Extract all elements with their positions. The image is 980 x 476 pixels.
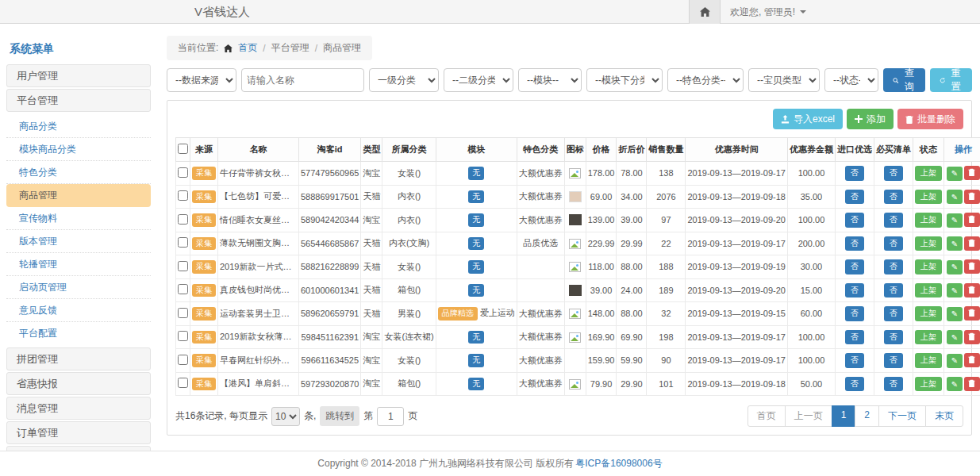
must-buy-badge[interactable]: 否 — [884, 259, 903, 274]
jump-button[interactable]: 跳转到 — [320, 406, 359, 426]
delete-button[interactable] — [964, 236, 980, 251]
status-badge[interactable]: 上架 — [915, 377, 942, 392]
sidebar-subitem[interactable]: 宣传物料 — [6, 207, 151, 230]
edit-button[interactable]: ✎ — [947, 330, 963, 344]
edit-button[interactable]: ✎ — [947, 377, 963, 391]
row-checkbox[interactable] — [178, 190, 188, 201]
delete-button[interactable] — [964, 283, 980, 298]
must-buy-badge[interactable]: 否 — [884, 236, 903, 251]
edit-button[interactable]: ✎ — [947, 213, 963, 228]
row-checkbox[interactable] — [178, 355, 188, 365]
sidebar-item[interactable]: 平台管理 — [6, 89, 151, 112]
import-select-badge[interactable]: 否 — [845, 213, 864, 228]
import-select-badge[interactable]: 否 — [845, 236, 864, 251]
name-search-input[interactable] — [241, 68, 364, 92]
import-select-badge[interactable]: 否 — [845, 259, 864, 274]
edit-button[interactable]: ✎ — [947, 236, 963, 251]
row-checkbox[interactable] — [178, 378, 188, 388]
filter-select-module[interactable]: --模块-- — [518, 68, 582, 92]
import-excel-button[interactable]: 导入excel — [773, 109, 843, 129]
status-badge[interactable]: 上架 — [915, 190, 942, 205]
edit-button[interactable]: ✎ — [947, 307, 963, 321]
edit-button[interactable]: ✎ — [947, 283, 963, 298]
per-page-select[interactable]: 10 — [271, 407, 300, 426]
must-buy-badge[interactable]: 否 — [884, 213, 903, 228]
filter-select-feature-category[interactable]: --特色分类-- — [667, 68, 744, 92]
row-checkbox[interactable] — [178, 331, 188, 341]
row-checkbox[interactable] — [178, 167, 188, 178]
sidebar-subitem[interactable]: 商品管理 — [6, 184, 151, 207]
row-checkbox[interactable] — [178, 308, 188, 318]
jump-page-input[interactable] — [377, 407, 404, 426]
status-badge[interactable]: 上架 — [915, 236, 942, 251]
row-checkbox[interactable] — [178, 284, 188, 294]
edit-button[interactable]: ✎ — [947, 260, 963, 274]
filter-select-level2-category[interactable]: --二级分类-- — [444, 68, 513, 92]
user-menu[interactable]: 欢迎您, 管理员! — [730, 0, 806, 24]
must-buy-badge[interactable]: 否 — [884, 353, 903, 368]
reset-button[interactable]: 重置 — [930, 68, 972, 92]
home-button[interactable] — [689, 0, 721, 24]
page-button[interactable]: 下一页 — [878, 405, 926, 427]
sidebar-subitem[interactable]: 特色分类 — [6, 161, 151, 184]
add-button[interactable]: 添加 — [847, 109, 894, 129]
page-button[interactable]: 2 — [855, 405, 879, 427]
icp-link[interactable]: 粤ICP备16098006号 — [575, 457, 662, 470]
sidebar-subitem[interactable]: 启动页管理 — [6, 276, 151, 299]
page-button[interactable]: 末页 — [925, 405, 963, 427]
import-select-badge[interactable]: 否 — [845, 306, 864, 321]
import-select-badge[interactable]: 否 — [845, 190, 864, 205]
delete-button[interactable] — [964, 306, 980, 321]
delete-button[interactable] — [964, 330, 980, 344]
status-badge[interactable]: 上架 — [915, 213, 942, 228]
search-button[interactable]: 查询 — [883, 68, 925, 92]
delete-button[interactable] — [964, 190, 980, 204]
must-buy-badge[interactable]: 否 — [884, 166, 903, 181]
row-checkbox[interactable] — [178, 237, 188, 248]
must-buy-badge[interactable]: 否 — [884, 306, 903, 321]
sidebar-item[interactable]: 拼团管理 — [6, 347, 151, 370]
must-buy-badge[interactable]: 否 — [884, 190, 903, 205]
row-checkbox[interactable] — [178, 261, 188, 271]
sidebar-item[interactable]: 订单管理 — [6, 421, 151, 444]
sidebar-subitem[interactable]: 版本管理 — [6, 230, 151, 253]
delete-button[interactable] — [964, 166, 980, 180]
import-select-badge[interactable]: 否 — [845, 166, 864, 181]
status-badge[interactable]: 上架 — [915, 166, 942, 181]
delete-button[interactable] — [964, 353, 980, 367]
status-badge[interactable]: 上架 — [915, 283, 942, 298]
status-badge[interactable]: 上架 — [915, 330, 942, 345]
delete-button[interactable] — [964, 213, 980, 227]
edit-button[interactable]: ✎ — [947, 167, 963, 181]
sidebar-subitem[interactable]: 模块商品分类 — [6, 138, 151, 161]
sidebar-subitem[interactable]: 意见反馈 — [6, 299, 151, 322]
sidebar-item[interactable]: 省惠快报 — [6, 372, 151, 395]
status-badge[interactable]: 上架 — [915, 306, 942, 321]
sidebar-subitem[interactable]: 轮播管理 — [6, 253, 151, 276]
filter-select-data-source[interactable]: --数据来源-- — [167, 68, 236, 92]
filter-select-level1-category[interactable]: 一级分类 — [369, 68, 439, 92]
edit-button[interactable]: ✎ — [947, 354, 963, 368]
filter-select-status[interactable]: --状态-- — [824, 68, 878, 92]
breadcrumb-home-link[interactable]: 首页 — [238, 41, 257, 55]
must-buy-badge[interactable]: 否 — [884, 377, 903, 392]
filter-select-item-type[interactable]: --宝贝类型-- — [748, 68, 820, 92]
sidebar-item[interactable]: 用户管理 — [6, 64, 151, 87]
sidebar-subitem[interactable]: 商品分类 — [6, 115, 151, 138]
status-badge[interactable]: 上架 — [915, 353, 942, 368]
edit-button[interactable]: ✎ — [947, 190, 963, 204]
filter-select-module-subcategory[interactable]: --模块下分类-- — [586, 68, 663, 92]
select-all-checkbox[interactable] — [178, 144, 188, 154]
page-button[interactable]: 上一页 — [785, 405, 832, 427]
import-select-badge[interactable]: 否 — [845, 330, 864, 345]
import-select-badge[interactable]: 否 — [845, 377, 864, 392]
batch-delete-button[interactable]: 批量删除 — [897, 109, 963, 129]
must-buy-badge[interactable]: 否 — [884, 330, 903, 345]
page-button[interactable]: 首页 — [747, 405, 786, 427]
sidebar-subitem[interactable]: 平台配置 — [6, 322, 151, 344]
must-buy-badge[interactable]: 否 — [884, 283, 903, 298]
delete-button[interactable] — [964, 259, 980, 274]
page-button[interactable]: 1 — [832, 405, 856, 427]
row-checkbox[interactable] — [178, 214, 188, 225]
status-badge[interactable]: 上架 — [915, 259, 942, 274]
